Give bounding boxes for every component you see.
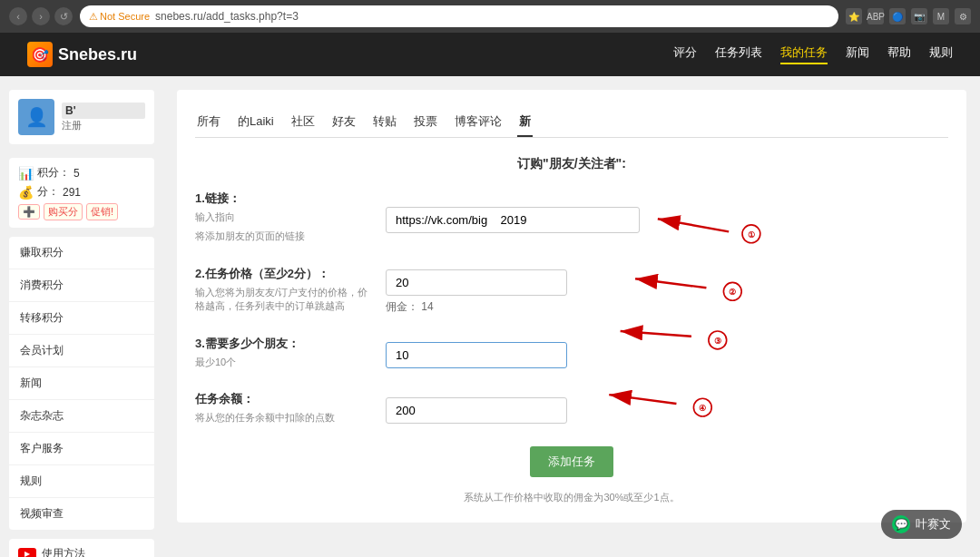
buy-icon: ➕ bbox=[18, 204, 40, 220]
main-content: 👤 B' 注册 📊 积分： 5 💰 分： 291 ➕ bbox=[0, 76, 980, 557]
footer-note: 系统从工作价格中收取的佣金为30%或至少1点。 bbox=[195, 491, 948, 504]
commission-label: 佣金： bbox=[386, 300, 418, 313]
sidebar-item-transfer[interactable]: 转移积分 bbox=[9, 302, 154, 335]
price-label: 2.任务价格（至少2分）： bbox=[195, 266, 377, 282]
price-section: 2.任务价格（至少2分）： 输入您将为朋友友/订户支付的价格，价格越高，任务列表… bbox=[195, 266, 948, 319]
extension-icon-2[interactable]: ABP bbox=[867, 8, 884, 24]
nav-task-list[interactable]: 任务列表 bbox=[715, 44, 762, 64]
address-bar[interactable]: Not Secure snebes.ru/add_tasks.php?t=3 bbox=[80, 5, 838, 27]
back-btn[interactable]: ‹ bbox=[9, 7, 27, 25]
extension-icon-5[interactable]: M bbox=[933, 8, 949, 24]
link-hint1: 输入指向 bbox=[195, 210, 377, 224]
nav-rules[interactable]: 规则 bbox=[929, 44, 953, 64]
main-panel: 所有 的Laiki 社区 好友 转贴 投票 博客评论 新 订购"朋友/关注者": bbox=[163, 76, 980, 557]
logo-icon: 🎯 bbox=[27, 42, 53, 67]
form-card: 所有 的Laiki 社区 好友 转贴 投票 博客评论 新 订购"朋友/关注者": bbox=[177, 90, 966, 523]
commission-value: 14 bbox=[421, 300, 433, 313]
nav-help[interactable]: 帮助 bbox=[887, 44, 911, 64]
extension-icon-4[interactable]: 📷 bbox=[911, 8, 927, 24]
sidebar-item-magazine[interactable]: 杂志杂志 bbox=[9, 400, 154, 433]
score-value: 5 bbox=[74, 167, 80, 180]
watermark-name: 叶赛文 bbox=[916, 516, 951, 533]
score-icon: 📊 bbox=[18, 166, 34, 181]
balance-row: 任务余额： 将从您的任务余额中扣除的点数 200 bbox=[195, 391, 948, 430]
points-icon: 💰 bbox=[18, 185, 34, 200]
nav-news[interactable]: 新闻 bbox=[846, 44, 869, 64]
balance-hint: 将从您的任务余额中扣除的点数 bbox=[195, 411, 377, 425]
forward-btn[interactable]: › bbox=[32, 7, 50, 25]
tabs: 所有 的Laiki 社区 好友 转贴 投票 博客评论 新 bbox=[195, 108, 948, 138]
logo-text: Snebes.ru bbox=[58, 45, 137, 64]
points-value: 291 bbox=[63, 186, 81, 199]
form-title: 订购"朋友/关注者": bbox=[195, 156, 948, 172]
youtube-icon bbox=[18, 548, 36, 558]
price-input[interactable]: 20 bbox=[386, 269, 567, 296]
sidebar-item-video[interactable]: 视频审查 bbox=[9, 498, 154, 530]
site-logo: 🎯 Snebes.ru bbox=[27, 42, 137, 67]
browser-bar: ‹ › ↺ Not Secure snebes.ru/add_tasks.php… bbox=[0, 0, 980, 33]
sidebar-item-news[interactable]: 新闻 bbox=[9, 367, 154, 400]
count-label: 3.需要多少个朋友： bbox=[195, 336, 377, 352]
user-info: B' 注册 bbox=[62, 103, 145, 132]
tab-laiki[interactable]: 的Laiki bbox=[236, 108, 276, 137]
extension-icon-3[interactable]: 🔵 bbox=[889, 8, 906, 24]
wechat-icon: 💬 bbox=[892, 515, 910, 533]
watermark: 💬 叶赛文 bbox=[881, 510, 962, 539]
sidebar-item-rules[interactable]: 规则 bbox=[9, 465, 154, 498]
promo-badge: 促销! bbox=[86, 203, 118, 220]
user-card: 👤 B' 注册 bbox=[9, 90, 154, 144]
link-hint2: 将添加朋友的页面的链接 bbox=[195, 230, 377, 243]
points-stat: 💰 分： 291 bbox=[18, 184, 145, 200]
price-input-group: 20 佣金： 14 bbox=[386, 269, 567, 315]
site-header: 🎯 Snebes.ru 评分 任务列表 我的任务 新闻 帮助 规则 bbox=[0, 33, 980, 76]
browser-controls: ‹ › ↺ bbox=[9, 7, 73, 25]
buy-button[interactable]: ➕ 购买分 促销! bbox=[18, 203, 118, 220]
tab-blog[interactable]: 博客评论 bbox=[453, 108, 504, 137]
balance-section: 任务余额： 将从您的任务余额中扣除的点数 200 bbox=[195, 391, 948, 430]
tab-community[interactable]: 社区 bbox=[289, 108, 317, 137]
count-input[interactable]: 10 bbox=[386, 342, 567, 368]
tab-new[interactable]: 新 bbox=[517, 108, 533, 137]
url-display: snebes.ru/add_tasks.php?t=3 bbox=[155, 10, 299, 23]
sidebar-item-support[interactable]: 客户服务 bbox=[9, 433, 154, 465]
count-hint: 最少10个 bbox=[195, 356, 377, 369]
browser-actions: ⭐ ABP 🔵 📷 M ⚙ bbox=[846, 8, 971, 24]
score-stat: 📊 积分： 5 bbox=[18, 165, 145, 181]
username: B' bbox=[62, 103, 145, 119]
price-hint: 输入您将为朋友友/订户支付的价格，价格越高，任务列表中的订单跳越高 bbox=[195, 286, 377, 314]
form-content: 1.链接： 输入指向 将添加朋友的页面的链接 https://vk.com/bi… bbox=[195, 191, 948, 504]
count-row: 3.需要多少个朋友： 最少10个 10 bbox=[195, 336, 948, 375]
balance-input[interactable]: 200 bbox=[386, 397, 567, 424]
site-navigation: 评分 任务列表 我的任务 新闻 帮助 规则 bbox=[673, 44, 953, 64]
tab-vote[interactable]: 投票 bbox=[412, 108, 439, 137]
extension-icon-1[interactable]: ⭐ bbox=[846, 8, 862, 24]
extension-icon-6[interactable]: ⚙ bbox=[955, 8, 971, 24]
nav-rating[interactable]: 评分 bbox=[673, 44, 697, 64]
tab-repost[interactable]: 转贴 bbox=[371, 108, 398, 137]
register-link[interactable]: 注册 bbox=[62, 119, 145, 132]
sidebar-item-spend[interactable]: 消费积分 bbox=[9, 269, 154, 302]
stats-box: 📊 积分： 5 💰 分： 291 ➕ 购买分 促销! bbox=[9, 158, 154, 228]
points-label: 分： bbox=[37, 184, 59, 200]
balance-label: 任务余额： bbox=[195, 391, 377, 407]
buy-label: 购买分 bbox=[44, 203, 83, 220]
nav-my-tasks[interactable]: 我的任务 bbox=[780, 44, 828, 64]
sidebar-item-earn[interactable]: 赚取积分 bbox=[9, 237, 154, 269]
sidebar-item-membership[interactable]: 会员计划 bbox=[9, 335, 154, 367]
tab-friends[interactable]: 好友 bbox=[330, 108, 358, 137]
usage-box[interactable]: 使用方法 bbox=[9, 539, 154, 557]
price-row: 2.任务价格（至少2分）： 输入您将为朋友友/订户支付的价格，价格越高，任务列表… bbox=[195, 266, 948, 319]
link-label: 1.链接： bbox=[195, 191, 377, 207]
add-task-button[interactable]: 添加任务 bbox=[530, 446, 613, 477]
sidebar-menu: 赚取积分 消费积分 转移积分 会员计划 新闻 杂志杂志 客户服务 规则 视频审查 bbox=[9, 237, 154, 530]
refresh-btn[interactable]: ↺ bbox=[54, 7, 73, 25]
not-secure-label: Not Secure bbox=[89, 11, 150, 23]
tab-all[interactable]: 所有 bbox=[195, 108, 222, 137]
link-row: 1.链接： 输入指向 将添加朋友的页面的链接 https://vk.com/bi… bbox=[195, 191, 948, 249]
avatar: 👤 bbox=[18, 99, 54, 135]
count-section: 3.需要多少个朋友： 最少10个 10 bbox=[195, 336, 948, 375]
score-label: 积分： bbox=[37, 165, 70, 181]
usage-label: 使用方法 bbox=[42, 546, 85, 557]
sidebar: 👤 B' 注册 📊 积分： 5 💰 分： 291 ➕ bbox=[0, 76, 163, 557]
link-input[interactable]: https://vk.com/big 2019 bbox=[386, 207, 640, 233]
